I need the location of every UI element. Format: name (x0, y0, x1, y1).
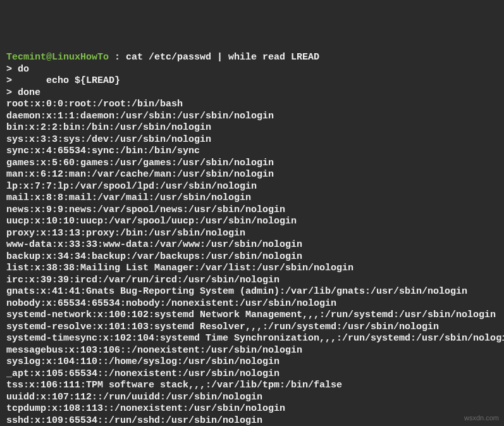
continuation-line: > do (6, 64, 498, 76)
output-line: messagebus:x:103:106::/nonexistent:/usr/… (6, 345, 498, 357)
output-line: lp:x:7:7:lp:/var/spool/lpd:/usr/sbin/nol… (6, 181, 498, 193)
output-line: sshd:x:109:65534::/run/sshd:/usr/sbin/no… (6, 415, 498, 427)
output-line: systemd-network:x:100:102:systemd Networ… (6, 310, 498, 322)
prompt-user: Tecmint (6, 52, 46, 63)
output-line: syslog:x:104:110::/home/syslog:/usr/sbin… (6, 356, 498, 368)
output-line: root:x:0:0:root:/root:/bin/bash (6, 99, 498, 111)
prompt-command: cat /etc/passwd | while read LREAD (126, 52, 319, 63)
output-line: uucp:x:10:10:uucp:/var/spool/uucp:/usr/s… (6, 216, 498, 228)
prompt-host: LinuxHowTo (52, 52, 109, 63)
output-line: news:x:9:9:news:/var/spool/news:/usr/sbi… (6, 204, 498, 216)
output-line: proxy:x:13:13:proxy:/bin:/usr/sbin/nolog… (6, 228, 498, 240)
output-line: uuidd:x:107:112::/run/uuidd:/usr/sbin/no… (6, 392, 498, 404)
terminal-output: Tecmint@LinuxHowTo : cat /etc/passwd | w… (6, 52, 498, 426)
output-line: gnats:x:41:41:Gnats Bug-Reporting System… (6, 286, 498, 298)
output-line: sync:x:4:65534:sync:/bin:/bin/sync (6, 146, 498, 158)
output-line: daemon:x:1:1:daemon:/usr/sbin:/usr/sbin/… (6, 111, 498, 123)
continuation-line: > done (6, 87, 498, 99)
output-line: systemd-resolve:x:101:103:systemd Resolv… (6, 322, 498, 334)
output-line: list:x:38:38:Mailing List Manager:/var/l… (6, 263, 498, 275)
watermark-text: wsxdn.com (464, 412, 499, 424)
output-line: systemd-timesync:x:102:104:systemd Time … (6, 333, 498, 345)
output-line: sys:x:3:3:sys:/dev:/usr/sbin/nologin (6, 134, 498, 146)
output-line: tss:x:106:111:TPM software stack,,,:/var… (6, 380, 498, 392)
prompt-at: @ (46, 52, 52, 63)
output-line: backup:x:34:34:backup:/var/backups:/usr/… (6, 251, 498, 263)
output-line: man:x:6:12:man:/var/cache/man:/usr/sbin/… (6, 169, 498, 181)
output-line: tcpdump:x:108:113::/nonexistent:/usr/sbi… (6, 403, 498, 415)
output-line: _apt:x:105:65534::/nonexistent:/usr/sbin… (6, 368, 498, 380)
output-line: mail:x:8:8:mail:/var/mail:/usr/sbin/nolo… (6, 192, 498, 204)
continuation-line: > echo ${LREAD} (6, 75, 498, 87)
output-line: www-data:x:33:33:www-data:/var/www:/usr/… (6, 239, 498, 251)
prompt-separator: : (109, 52, 126, 63)
output-line: irc:x:39:39:ircd:/var/run/ircd:/usr/sbin… (6, 275, 498, 287)
prompt-line: Tecmint@LinuxHowTo : cat /etc/passwd | w… (6, 52, 498, 64)
output-line: games:x:5:60:games:/usr/games:/usr/sbin/… (6, 158, 498, 170)
output-line: nobody:x:65534:65534:nobody:/nonexistent… (6, 298, 498, 310)
output-line: bin:x:2:2:bin:/bin:/usr/sbin/nologin (6, 122, 498, 134)
